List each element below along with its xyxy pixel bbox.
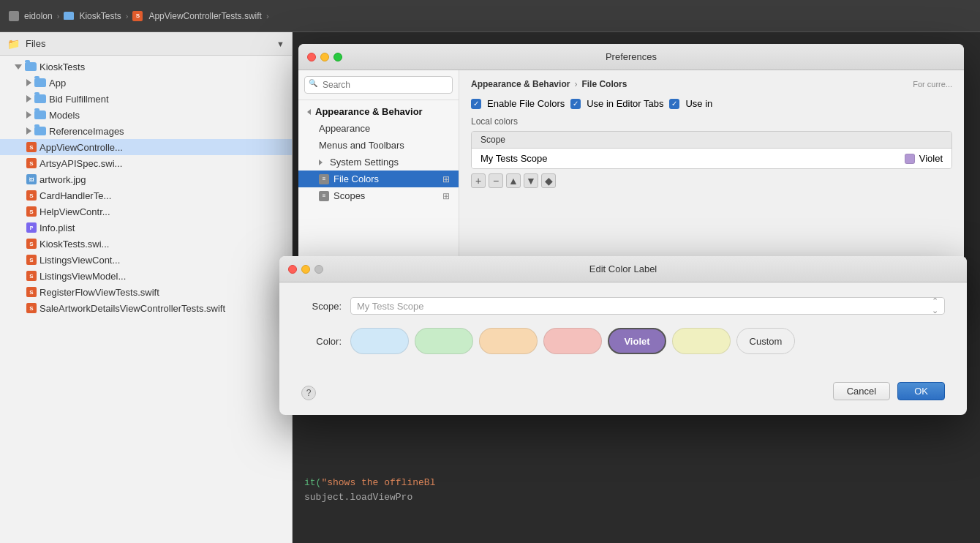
file-tree: KioskTests App Bid Fulfillment Models Re… bbox=[0, 56, 292, 543]
sidebar-item-system-settings[interactable]: System Settings bbox=[298, 154, 459, 171]
enable-file-colors-label: Enable File Colors bbox=[487, 98, 565, 109]
expand-icon-refimages bbox=[26, 127, 31, 135]
cancel-button[interactable]: Cancel bbox=[833, 382, 890, 400]
dialog-close-button[interactable] bbox=[288, 265, 297, 274]
use-in-checkbox[interactable]: ✓ bbox=[669, 99, 679, 109]
sidebar-item-appearance-behavior[interactable]: Appearance & Behavior bbox=[298, 100, 459, 120]
color-swatch-orange[interactable] bbox=[479, 328, 538, 354]
tree-item-listingsviewcont[interactable]: S ListingsViewCont... bbox=[0, 252, 292, 268]
dialog-maximize-button[interactable] bbox=[314, 265, 323, 274]
tree-item-kiosktests[interactable]: KioskTests bbox=[0, 59, 292, 75]
scope-color-name: Violet bbox=[919, 153, 943, 164]
move-up-button[interactable]: ▲ bbox=[506, 173, 521, 188]
edit-color-dialog: Edit Color Label Scope: My Tests Scope ⌃… bbox=[279, 256, 967, 415]
swift-icon-kiosktests: S bbox=[26, 239, 37, 249]
expand-arrow-system bbox=[319, 160, 323, 165]
tree-item-cardhandler[interactable]: S CardHandlerTe... bbox=[0, 187, 292, 203]
tree-item-refimages[interactable]: ReferenceImages bbox=[0, 123, 292, 139]
dialog-footer: Cancel OK ? bbox=[279, 382, 967, 415]
swift-icon-registerflow: S bbox=[26, 287, 37, 297]
color-row: Color: Violet Custom bbox=[301, 328, 945, 354]
color-swatch-green[interactable] bbox=[415, 328, 473, 354]
color-table-row[interactable]: My Tests Scope Violet bbox=[472, 149, 951, 168]
breadcrumb-project[interactable]: eidolon bbox=[9, 11, 53, 21]
swift-icon-appvc: S bbox=[26, 142, 37, 152]
violet-label: Violet bbox=[624, 336, 649, 347]
code-line-1: it("shows the offlineBl bbox=[304, 476, 968, 490]
dialog-titlebar: Edit Color Label bbox=[279, 256, 967, 282]
add-scope-button[interactable]: + bbox=[471, 173, 486, 188]
breadcrumb-bar: eidolon › KioskTests › S AppViewControll… bbox=[0, 0, 980, 32]
dialog-minimize-button[interactable] bbox=[301, 265, 310, 274]
tree-item-artsyapispec[interactable]: S ArtsyAPISpec.swi... bbox=[0, 155, 292, 171]
preferences-breadcrumb: Appearance & Behavior › File Colors For … bbox=[471, 79, 952, 89]
tree-item-kiosktests-swift[interactable]: S KioskTests.swi... bbox=[0, 236, 292, 252]
color-swatch-violet[interactable]: Violet bbox=[608, 328, 666, 354]
breadcrumb-file[interactable]: S AppViewControllerTests.swift bbox=[132, 11, 262, 21]
swift-icon-artsyapi: S bbox=[26, 158, 37, 168]
color-table: Scope My Tests Scope Violet bbox=[471, 131, 952, 169]
tree-item-saleartwork[interactable]: S SaleArtworkDetailsViewControllerTests.… bbox=[0, 300, 292, 316]
color-swatch-blue[interactable] bbox=[350, 328, 409, 354]
color-label: Color: bbox=[301, 336, 342, 347]
folder-icon-kiosktests bbox=[25, 62, 37, 71]
swift-icon-cardhandler: S bbox=[26, 190, 37, 201]
file-colors-icon: ≡ bbox=[319, 174, 329, 184]
scope-dropdown[interactable]: My Tests Scope ⌃⌄ bbox=[350, 297, 945, 315]
more-options-button[interactable]: ◆ bbox=[541, 173, 556, 188]
dialog-body: Scope: My Tests Scope ⌃⌄ Color: Violet C… bbox=[279, 282, 967, 382]
collapse-arrow bbox=[307, 109, 311, 115]
tree-item-registerflow[interactable]: S RegisterFlowViewTests.swift bbox=[0, 284, 292, 300]
custom-label: Custom bbox=[750, 336, 783, 347]
use-in-editor-tabs-checkbox[interactable]: ✓ bbox=[570, 99, 581, 109]
swift-icon-saleartwork: S bbox=[26, 303, 37, 313]
breadcrumb-chevron-1: › bbox=[57, 12, 60, 20]
tree-item-helpview[interactable]: S HelpViewContr... bbox=[0, 203, 292, 220]
tree-item-listingsviewmodel[interactable]: S ListingsViewModel... bbox=[0, 268, 292, 284]
color-swatch-custom[interactable]: Custom bbox=[736, 328, 795, 354]
tree-item-models[interactable]: Models bbox=[0, 107, 292, 123]
search-input[interactable] bbox=[304, 76, 453, 94]
tree-item-bid[interactable]: Bid Fulfillment bbox=[0, 91, 292, 107]
color-swatch-red[interactable] bbox=[543, 328, 602, 354]
remove-scope-button[interactable]: − bbox=[489, 173, 503, 188]
folder-icon-models bbox=[34, 111, 46, 119]
color-swatch-yellow[interactable] bbox=[672, 328, 731, 354]
breadcrumb-page: File Colors bbox=[581, 79, 627, 89]
checkboxes-row: ✓ Enable File Colors ✓ Use in Editor Tab… bbox=[471, 98, 952, 109]
file-colors-badge: ⊞ bbox=[442, 174, 450, 184]
code-content: it("shows the offlineBl subject.loadView… bbox=[293, 470, 980, 543]
preferences-title: Preferences bbox=[606, 51, 657, 62]
search-area bbox=[298, 70, 459, 100]
local-colors-label: Local colors bbox=[471, 116, 952, 127]
sidebar-item-appearance[interactable]: Appearance bbox=[298, 120, 459, 137]
breadcrumb-chevron: › bbox=[574, 79, 577, 89]
move-down-button[interactable]: ▼ bbox=[524, 173, 538, 188]
expand-icon-app bbox=[26, 79, 31, 86]
swift-icon-breadcrumb: S bbox=[132, 11, 143, 21]
breadcrumb-chevron-3: › bbox=[266, 12, 269, 20]
color-swatches: Violet Custom bbox=[350, 328, 795, 354]
tree-item-infoplist[interactable]: P Info.plist bbox=[0, 220, 292, 236]
breadcrumb-suffix: For curre... bbox=[913, 80, 952, 89]
file-panel: 📁 Files ▼ KioskTests App Bid Fulfillment… bbox=[0, 32, 293, 543]
image-icon-artwork: 🖼 bbox=[26, 174, 37, 184]
breadcrumb-group[interactable]: KioskTests bbox=[64, 11, 121, 21]
scope-label: Scope: bbox=[301, 301, 342, 312]
help-button[interactable]: ? bbox=[301, 386, 316, 400]
tree-item-appviewcontroller[interactable]: S AppViewControlle... bbox=[0, 139, 292, 155]
sidebar-item-menus-toolbars[interactable]: Menus and Toolbars bbox=[298, 137, 459, 154]
dropdown-chevron: ⌃⌄ bbox=[932, 296, 938, 315]
maximize-button[interactable] bbox=[333, 53, 342, 61]
sidebar-item-scopes[interactable]: ≡ Scopes ⊞ bbox=[298, 187, 459, 204]
tree-item-artwork[interactable]: 🖼 artwork.jpg bbox=[0, 171, 292, 187]
close-button[interactable] bbox=[307, 53, 316, 61]
swift-icon-helpview: S bbox=[26, 206, 37, 217]
ok-button[interactable]: OK bbox=[897, 382, 945, 400]
folder-icon-refimages bbox=[34, 127, 46, 135]
sidebar-item-file-colors[interactable]: ≡ File Colors ⊞ bbox=[298, 171, 459, 187]
enable-file-colors-checkbox[interactable]: ✓ bbox=[471, 99, 481, 109]
file-panel-dropdown[interactable]: ▼ bbox=[276, 40, 284, 48]
tree-item-app[interactable]: App bbox=[0, 75, 292, 91]
minimize-button[interactable] bbox=[320, 53, 329, 61]
